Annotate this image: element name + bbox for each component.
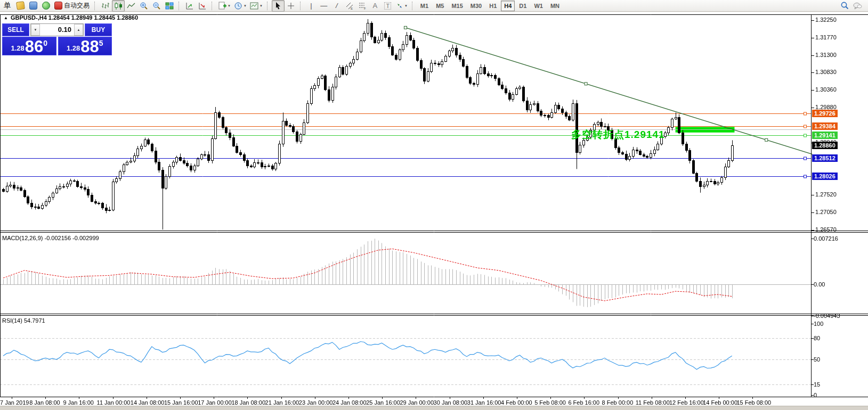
arrows-icon — [396, 2, 403, 10]
chevron-down-icon: ▼ — [259, 4, 263, 7]
line-chart-icon[interactable] — [125, 0, 137, 12]
sell-button[interactable]: SELL — [2, 23, 29, 36]
time-axis-label: 17 Jan 00:00 — [198, 399, 232, 406]
time-axis-label: 14 Feb 00:00 — [703, 399, 737, 406]
price-line-badge: 1.28026 — [812, 173, 838, 180]
label-icon[interactable]: T — [382, 0, 394, 12]
macd-label: MACD(12,26,9) -0.002156 -0.002999 — [2, 235, 99, 241]
time-axis-label: 24 Jan 08:00 — [332, 399, 367, 406]
indicator-hide-icon[interactable] — [196, 0, 209, 12]
timeframe-group: M1M5M15M30H1H4D1W1MN — [417, 0, 563, 12]
history-icon[interactable] — [14, 0, 27, 12]
order-glyph: 单 — [4, 1, 11, 11]
tab-timeframe-M5[interactable]: M5 — [433, 1, 447, 11]
signal-icon[interactable] — [39, 0, 52, 12]
volume-input[interactable]: 0.10 — [40, 24, 74, 36]
price-axis-tick: 1.31770 — [815, 34, 837, 40]
trendline-icon[interactable]: / — [330, 0, 343, 12]
price-line-badge: 1.29726 — [812, 110, 838, 117]
buy-price-pip: 5 — [99, 39, 103, 47]
rsi-axis-tick: 15 — [814, 381, 820, 388]
tab-timeframe-D1[interactable]: D1 — [516, 1, 530, 11]
time-axis-label: 7 Jan 2019 — [0, 399, 29, 406]
price-axis-tick: 1.27520 — [815, 191, 837, 198]
chart-annotation-text: 多空转折点1.29141 — [571, 128, 665, 142]
terminal-icon[interactable] — [27, 0, 39, 12]
buy-price[interactable]: 1.28 88 5 — [58, 37, 112, 55]
new-chart-button[interactable]: ▼ — [216, 0, 232, 12]
chart-canvas[interactable] — [0, 0, 868, 410]
tab-timeframe-M1[interactable]: M1 — [417, 1, 432, 11]
candles-chart-icon[interactable] — [112, 0, 125, 12]
chevron-down-icon: ▼ — [244, 4, 247, 7]
time-axis-label: 9 Jan 16:00 — [63, 399, 94, 406]
toolbar-separator — [212, 2, 214, 10]
zoom-in-icon[interactable] — [137, 0, 150, 12]
volume-increase-button[interactable]: ▲ — [74, 24, 83, 36]
channel-icon[interactable]: E — [343, 0, 356, 12]
template-icon — [250, 2, 258, 10]
collapse-panel-icon[interactable]: ▲ — [4, 15, 8, 20]
cursor-icon[interactable] — [272, 0, 285, 12]
time-axis-label: 21 Jan 16:00 — [265, 399, 299, 406]
price-axis-tick: 1.32250 — [815, 17, 837, 23]
time-axis-label: 8 Jan 08:00 — [29, 399, 60, 406]
svg-text:E: E — [351, 7, 353, 10]
rsi-axis-tick: 100 — [814, 321, 823, 327]
text-icon[interactable]: A — [369, 0, 382, 12]
period-button[interactable]: ▼ — [232, 0, 248, 12]
sell-price-big: 86 — [25, 39, 43, 54]
toolbar-separator — [412, 2, 414, 10]
new-chart-icon — [218, 2, 226, 10]
sell-price-pip: 0 — [43, 39, 47, 47]
time-axis-label: 29 Jan 00:00 — [400, 399, 434, 406]
buy-price-small: 1.28 — [67, 44, 80, 52]
buy-button[interactable]: BUY — [85, 23, 112, 36]
auto-trading-button[interactable]: 自动交易 — [52, 0, 92, 12]
time-axis-label: 4 Feb 00:00 — [501, 399, 532, 406]
price-line-badge: 1.29384 — [812, 122, 838, 130]
arrows-button[interactable]: ▼ — [394, 0, 409, 12]
tab-timeframe-M15[interactable]: M15 — [448, 1, 466, 11]
chart-title-bar: ▲GBPUSD-,H4 1.28454 1.28949 1.28445 1.28… — [4, 14, 138, 21]
time-axis-label: 11 Jan 00:00 — [97, 399, 131, 406]
time-axis-label: 15 Jan 16:00 — [164, 399, 198, 406]
toolbar: 单 自动交易 ▼ — [0, 0, 868, 12]
svg-text:F: F — [364, 7, 366, 10]
chart-title: GBPUSD-,H4 1.28454 1.28949 1.28445 1.288… — [11, 14, 138, 21]
tab-timeframe-MN[interactable]: MN — [547, 1, 563, 11]
time-axis-label: 14 Jan 08:00 — [131, 399, 165, 406]
crosshair-icon[interactable] — [285, 0, 297, 12]
time-axis-label: 31 Jan 16:00 — [467, 399, 501, 406]
volume-decrease-button[interactable]: ▼ — [31, 24, 40, 36]
volume-spinner: ▼ 0.10 ▲ — [30, 23, 84, 36]
bars-chart-icon[interactable] — [99, 0, 112, 12]
buy-price-big: 88 — [80, 39, 99, 54]
tab-timeframe-H4[interactable]: H4 — [501, 1, 515, 11]
hline-icon[interactable]: — — [318, 0, 330, 12]
time-axis-label: 15 Feb 08:00 — [736, 399, 771, 406]
sell-price[interactable]: 1.28 86 0 — [2, 37, 56, 55]
chevron-down-icon: ▼ — [404, 4, 408, 7]
template-button[interactable]: ▼ — [248, 0, 264, 12]
time-axis-label: 11 Feb 08:00 — [636, 399, 670, 406]
time-axis-label: 6 Feb 16:00 — [568, 399, 599, 406]
indicator-show-icon[interactable] — [183, 0, 196, 12]
tab-timeframe-W1[interactable]: W1 — [531, 1, 546, 11]
fibonacci-icon[interactable]: F — [356, 0, 369, 12]
vline-icon[interactable]: | — [305, 0, 318, 12]
time-axis-label: 18 Jan 08:00 — [231, 399, 265, 406]
tab-timeframe-H1[interactable]: H1 — [486, 1, 500, 11]
chat-icon[interactable] — [851, 0, 864, 12]
price-axis-tick: 1.31300 — [815, 52, 837, 58]
search-icon[interactable] — [838, 0, 851, 12]
chevron-down-icon: ▼ — [228, 4, 231, 7]
order-icon[interactable]: 单 — [1, 0, 14, 12]
price-axis-tick: 1.26570 — [815, 226, 837, 233]
zoom-out-icon[interactable] — [150, 0, 163, 12]
tab-timeframe-M30[interactable]: M30 — [467, 1, 485, 11]
tile-windows-icon[interactable] — [163, 0, 176, 12]
price-axis-tick: 1.30830 — [815, 69, 837, 75]
price-line-badge: 1.28860 — [812, 142, 838, 149]
toolbar-separator — [94, 2, 96, 10]
